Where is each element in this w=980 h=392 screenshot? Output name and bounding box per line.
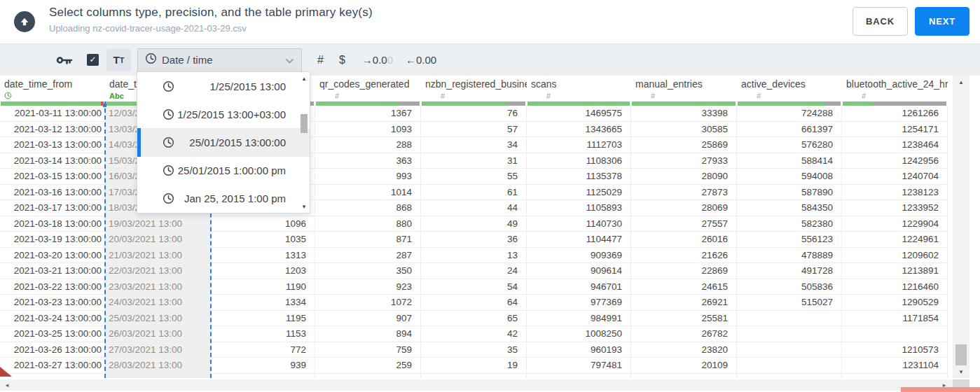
- scroll-left-icon[interactable]: ◂: [1, 380, 13, 390]
- include-column-checkbox[interactable]: ✓: [87, 54, 99, 66]
- increase-decimals-button[interactable]: →0.00: [362, 54, 393, 66]
- table-cell[interactable]: 54: [421, 279, 527, 295]
- table-cell[interactable]: 977369: [527, 295, 631, 311]
- table-cell[interactable]: 2021-03-27 13:00:00: [0, 358, 105, 374]
- table-cell[interactable]: 35: [421, 342, 527, 358]
- table-cell[interactable]: [737, 311, 842, 327]
- dropdown-scroll-down-icon[interactable]: ▾: [299, 203, 309, 210]
- table-cell[interactable]: 871: [315, 232, 421, 248]
- column-header-bluetooth_active_24_hr_[interactable]: bluetooth_active_24_hr_#: [842, 76, 948, 102]
- table-cell[interactable]: 24/03/2021 13:00: [105, 295, 211, 311]
- table-cell[interactable]: 1093: [315, 122, 421, 138]
- number-type-button[interactable]: #: [317, 54, 324, 66]
- table-cell[interactable]: 19/03/2021 13:00: [105, 216, 211, 232]
- table-cell[interactable]: 2021-03-19 13:00:00: [0, 232, 105, 248]
- table-cell[interactable]: 1105893: [527, 200, 631, 216]
- table-cell[interactable]: 36: [421, 232, 527, 248]
- table-cell[interactable]: 27557: [631, 216, 737, 232]
- table-cell[interactable]: 505836: [737, 279, 842, 295]
- table-cell[interactable]: 30585: [631, 122, 737, 138]
- text-type-button[interactable]: TT: [106, 49, 131, 71]
- table-cell[interactable]: 20109: [631, 358, 737, 374]
- table-cell[interactable]: 1209602: [842, 248, 948, 264]
- table-cell[interactable]: 993: [315, 169, 421, 185]
- table-cell[interactable]: 25/03/2021 13:00: [105, 311, 211, 327]
- table-cell[interactable]: 2021-03-20 13:00:00: [0, 248, 105, 264]
- column-header-qr_codes_generated[interactable]: qr_codes_generated#: [315, 76, 421, 102]
- table-cell[interactable]: 2021-03-23 13:00:00: [0, 295, 105, 311]
- table-cell[interactable]: 27873: [631, 185, 737, 201]
- table-cell[interactable]: 34: [421, 137, 527, 153]
- table-cell[interactable]: 26921: [631, 295, 737, 311]
- table-cell[interactable]: 491728: [737, 263, 842, 279]
- table-cell[interactable]: 49: [421, 216, 527, 232]
- table-cell[interactable]: 1231104: [842, 358, 948, 374]
- table-cell[interactable]: 2021-03-18 13:00:00: [0, 216, 105, 232]
- table-cell[interactable]: 582380: [737, 216, 842, 232]
- back-button[interactable]: BACK: [853, 7, 908, 36]
- table-cell[interactable]: 1190: [211, 279, 315, 295]
- table-cell[interactable]: 923: [315, 279, 421, 295]
- table-cell[interactable]: 25581: [631, 311, 737, 327]
- table-cell[interactable]: 33398: [631, 106, 737, 122]
- table-cell[interactable]: 1290529: [842, 295, 948, 311]
- table-cell[interactable]: 21/03/2021 13:00: [105, 248, 211, 264]
- table-cell[interactable]: 1233952: [842, 200, 948, 216]
- table-cell[interactable]: 26/03/2021 13:00: [105, 326, 211, 342]
- table-cell[interactable]: 24: [421, 263, 527, 279]
- table-cell[interactable]: 946701: [527, 279, 631, 295]
- table-cell[interactable]: 24615: [631, 279, 737, 295]
- table-cell[interactable]: 1125029: [527, 185, 631, 201]
- table-cell[interactable]: 2021-03-25 13:00:00: [0, 326, 105, 342]
- date-format-option[interactable]: Jan 25, 2015 1:00 pm: [137, 185, 310, 213]
- table-cell[interactable]: 939: [211, 358, 315, 374]
- table-cell[interactable]: 1035: [211, 232, 315, 248]
- table-cell[interactable]: 1072: [315, 295, 421, 311]
- table-cell[interactable]: 1343665: [527, 122, 631, 138]
- scroll-up-icon[interactable]: ▴: [953, 78, 969, 85]
- table-cell[interactable]: 25869: [631, 137, 737, 153]
- table-cell[interactable]: 880: [315, 216, 421, 232]
- table-cell[interactable]: 2021-03-17 13:00:00: [0, 200, 105, 216]
- table-cell[interactable]: 1238464: [842, 137, 948, 153]
- table-cell[interactable]: 1096: [211, 216, 315, 232]
- table-cell[interactable]: 2021-03-16 13:00:00: [0, 185, 105, 201]
- table-cell[interactable]: 1238123: [842, 185, 948, 201]
- table-cell[interactable]: 1112703: [527, 137, 631, 153]
- table-cell[interactable]: 907: [315, 311, 421, 327]
- column-header-manual_entries[interactable]: manual_entries#: [631, 76, 737, 102]
- table-cell[interactable]: [0, 374, 105, 379]
- table-cell[interactable]: 1171854: [842, 311, 948, 327]
- table-cell[interactable]: 23/03/2021 13:00: [105, 279, 211, 295]
- table-cell[interactable]: 587890: [737, 185, 842, 201]
- table-cell[interactable]: 1229904: [842, 216, 948, 232]
- table-cell[interactable]: 1210573: [842, 342, 948, 358]
- table-cell[interactable]: 27/03/2021 13:00: [105, 342, 211, 358]
- table-cell[interactable]: 1135378: [527, 169, 631, 185]
- table-cell[interactable]: 1203: [211, 263, 315, 279]
- table-cell[interactable]: 894: [315, 326, 421, 342]
- decrease-decimals-button[interactable]: ←0.00: [406, 54, 436, 66]
- vertical-scrollbar-thumb[interactable]: [955, 344, 967, 365]
- table-cell[interactable]: 21626: [631, 248, 737, 264]
- table-cell[interactable]: 2021-03-12 13:00:00: [0, 122, 105, 138]
- table-cell[interactable]: [737, 374, 842, 379]
- table-cell[interactable]: [842, 326, 948, 342]
- date-format-option[interactable]: 1/25/2015 13:00: [137, 72, 310, 100]
- date-format-option[interactable]: 25/01/2015 13:00:00: [137, 128, 310, 156]
- table-cell[interactable]: 797481: [527, 358, 631, 374]
- table-cell[interactable]: 2021-03-21 13:00:00: [0, 263, 105, 279]
- table-cell[interactable]: 478889: [737, 248, 842, 264]
- table-cell[interactable]: 44: [421, 200, 527, 216]
- table-cell[interactable]: 259: [315, 358, 421, 374]
- table-cell[interactable]: 288: [315, 137, 421, 153]
- table-cell[interactable]: 22869: [631, 263, 737, 279]
- table-cell[interactable]: 868: [315, 200, 421, 216]
- table-cell[interactable]: 27933: [631, 153, 737, 169]
- table-cell[interactable]: 1254171: [842, 122, 948, 138]
- table-cell[interactable]: 661397: [737, 122, 842, 138]
- table-cell[interactable]: 23820: [631, 342, 737, 358]
- table-cell[interactable]: 909369: [527, 248, 631, 264]
- table-cell[interactable]: 28/03/2021 13:00: [105, 358, 211, 374]
- table-cell[interactable]: 772: [211, 342, 315, 358]
